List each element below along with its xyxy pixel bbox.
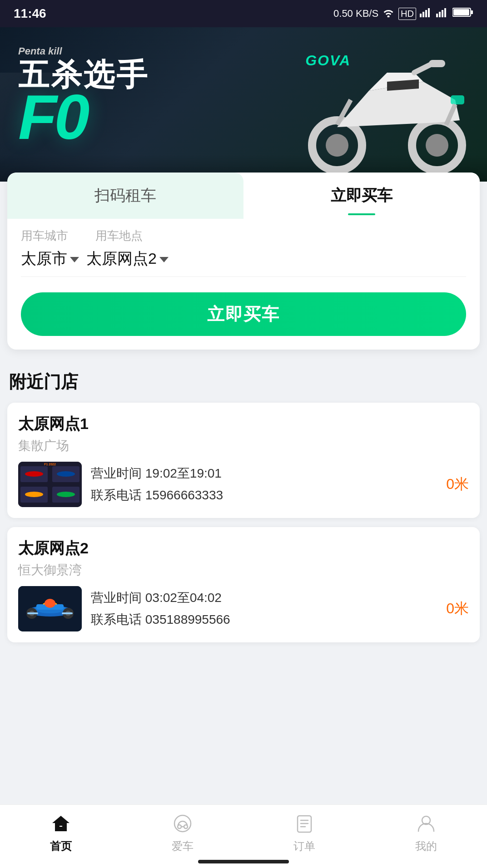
profile-icon [413, 811, 439, 836]
car-icon [170, 811, 195, 836]
bottom-indicator [198, 860, 289, 863]
store-2-info: 营业时间 03:02至04:02 联系电话 035188995566 0米 [18, 586, 469, 631]
nav-home[interactable]: 首页 [34, 811, 88, 853]
svg-point-44 [184, 825, 188, 829]
svg-rect-5 [439, 12, 441, 17]
store-1-phone: 联系电话 15966663333 [91, 487, 437, 504]
store-1-info: F1 2022 营业时间 19:02至19:01 联系电话 1596666333… [18, 462, 469, 507]
city-selector[interactable]: 太原市 [21, 248, 79, 269]
svg-rect-40 [62, 612, 73, 614]
nav-orders[interactable]: 订单 [277, 811, 332, 853]
store-1-distance: 0米 [446, 474, 469, 494]
nav-my-car[interactable]: 爱车 [155, 811, 210, 853]
svg-point-42 [174, 815, 191, 832]
store-2-hours: 营业时间 03:02至04:02 [91, 589, 437, 607]
bottom-nav: 首页 爱车 订单 [0, 804, 487, 868]
store-1-address: 集散广场 [18, 437, 469, 454]
nav-profile-label: 我的 [415, 839, 437, 853]
status-icons: 0.50 KB/S HD [333, 7, 473, 20]
tab-buy-now[interactable]: 立即买车 [244, 173, 480, 219]
svg-point-27 [57, 471, 75, 477]
svg-rect-7 [444, 8, 446, 17]
svg-rect-3 [428, 8, 430, 17]
tab-scan-rent[interactable]: 扫码租车 [7, 173, 244, 219]
nav-home-label: 首页 [50, 839, 72, 853]
buy-button[interactable]: 立即买车 [21, 292, 466, 336]
city-label: 用车城市 [21, 228, 68, 244]
store-card-1[interactable]: 太原网点1 集散广场 F1 2022 [7, 403, 480, 518]
svg-rect-10 [453, 9, 469, 15]
store-2-address: 恒大御景湾 [18, 562, 469, 579]
location-arrow-icon [159, 257, 169, 262]
nav-profile[interactable]: 我的 [399, 811, 453, 853]
store-2-details: 营业时间 03:02至04:02 联系电话 035188995566 [91, 589, 437, 628]
store-1-details: 营业时间 19:02至19:01 联系电话 15966663333 [91, 465, 437, 504]
svg-point-43 [178, 825, 181, 829]
selector-row: 太原市 太原网点2 [21, 248, 466, 277]
svg-point-38 [45, 599, 55, 608]
home-icon [48, 811, 74, 836]
store-2-phone: 联系电话 035188995566 [91, 611, 437, 628]
location-value: 太原网点2 [86, 248, 157, 269]
store-2-thumb [18, 586, 82, 631]
nearby-title: 附近门店 [7, 363, 480, 403]
selectors: 用车城市 用车地点 太原市 太原网点2 [7, 219, 480, 281]
nav-orders-label: 订单 [293, 839, 315, 853]
orders-icon [292, 811, 317, 836]
svg-point-14 [326, 134, 348, 157]
hero-text: Penta kill 五杀选手 F0 [18, 45, 149, 144]
wifi-icon [382, 7, 395, 20]
nav-car-label: 爱车 [172, 839, 194, 853]
svg-rect-2 [425, 10, 427, 17]
svg-rect-9 [471, 10, 473, 14]
status-speed: 0.50 KB/S [333, 8, 378, 20]
svg-rect-1 [422, 12, 424, 17]
hd-icon: HD [398, 8, 416, 20]
store-card-2[interactable]: 太原网点2 恒大御景湾 [7, 527, 480, 642]
status-time: 11:46 [14, 6, 46, 21]
svg-point-28 [25, 492, 43, 497]
store-1-thumb: F1 2022 [18, 462, 82, 507]
svg-rect-41 [59, 827, 63, 831]
svg-rect-6 [442, 10, 443, 17]
svg-point-26 [25, 471, 43, 477]
store-1-name: 太原网点1 [18, 414, 469, 434]
nearby-section: 附近门店 太原网点1 集散广场 F1 2022 [0, 359, 487, 656]
tabs: 扫码租车 立即买车 [7, 173, 480, 219]
svg-rect-39 [27, 612, 38, 614]
svg-rect-0 [420, 14, 422, 17]
hero-banner: Penta kill 五杀选手 F0 GOVA [0, 27, 487, 182]
hero-brand-small: Penta kill [18, 45, 62, 57]
svg-rect-17 [451, 95, 464, 104]
signal-icon [420, 7, 432, 20]
store-1-hours: 营业时间 19:02至19:01 [91, 465, 437, 482]
selector-labels: 用车城市 用车地点 [21, 228, 466, 244]
city-value: 太原市 [21, 248, 67, 269]
store-2-name: 太原网点2 [18, 538, 469, 559]
svg-rect-4 [436, 14, 438, 17]
battery-icon [452, 7, 473, 20]
svg-text:F1 2022: F1 2022 [44, 463, 56, 466]
svg-point-13 [426, 134, 448, 157]
scooter-image [278, 36, 487, 173]
location-selector[interactable]: 太原网点2 [86, 248, 169, 269]
main-card: 扫码租车 立即买车 用车城市 用车地点 太原市 太原网点2 立即买车 [7, 173, 480, 350]
status-bar: 11:46 0.50 KB/S HD [0, 0, 487, 27]
location-label: 用车地点 [95, 228, 143, 244]
city-arrow-icon [70, 257, 79, 262]
signal2-icon [436, 7, 449, 20]
svg-point-29 [57, 492, 75, 497]
hero-title-en: F0 [18, 90, 149, 144]
store-2-distance: 0米 [446, 599, 469, 619]
